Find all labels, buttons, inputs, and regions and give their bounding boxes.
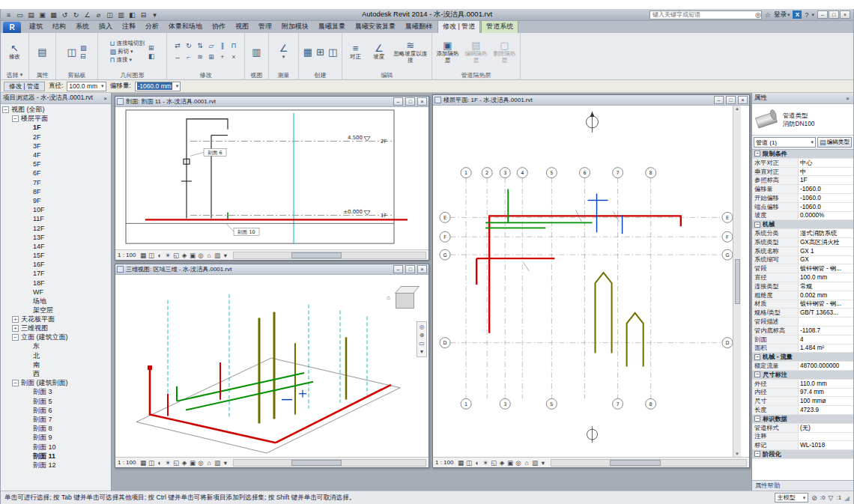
threed-window-titlebar[interactable]: 三维视图: 区域三维 - 水-没洁具.0001.rvt – □ × — [115, 264, 428, 275]
horizontal-scrollbar[interactable] — [233, 252, 426, 259]
property-value[interactable] — [799, 318, 853, 326]
property-value[interactable]: 中 — [799, 168, 853, 176]
tree-item[interactable]: 6F — [1, 168, 111, 177]
tree-item[interactable]: 场地 — [1, 297, 111, 306]
modify-grid-icon[interactable]: ▱ — [206, 41, 216, 52]
tree-item[interactable]: WF — [1, 288, 111, 297]
search-icon[interactable]: ◎ — [755, 11, 761, 19]
property-row[interactable]: 系统名称 GX 1 — [752, 247, 853, 256]
modify-grid-icon[interactable]: ↔ — [172, 52, 183, 63]
property-row[interactable]: 管段 镀锌钢管 - 钢... — [752, 264, 853, 273]
property-value[interactable]: 镀锌钢管 - 钢... — [799, 300, 853, 309]
property-row[interactable]: 内径 97.4 mm — [752, 389, 853, 398]
property-row[interactable]: 标记 WL-1018 — [752, 441, 853, 450]
group-expander-icon[interactable]: − — [754, 222, 760, 228]
modify-grid-icon[interactable]: + — [217, 52, 228, 63]
tree-item[interactable]: 11F — [1, 214, 111, 223]
exchange-apps-icon[interactable]: X — [793, 10, 802, 19]
tree-item[interactable]: 剖面 8 — [1, 425, 111, 434]
exclude-options-icon[interactable]: ⊘ — [811, 494, 817, 502]
view-control-icon[interactable]: ☀ — [163, 252, 172, 259]
panel-label-create[interactable]: 创建 — [299, 70, 342, 79]
pipes-cyan-dashed[interactable] — [168, 294, 367, 419]
tree-item[interactable]: 3F — [1, 142, 111, 151]
tree-item[interactable]: 剖面 5 — [1, 397, 111, 406]
property-row[interactable]: 直径 100.0 mm — [752, 273, 853, 282]
window-restore-button[interactable]: □ — [726, 96, 736, 104]
view-control-icon[interactable]: ◎ — [196, 252, 205, 259]
tree-item[interactable]: + 三维视图 — [1, 324, 111, 333]
ribbon-tab[interactable]: 系统 — [71, 20, 94, 33]
modify-grid-icon[interactable]: ⌐ — [184, 52, 194, 63]
modify-grid-icon[interactable]: ∥ — [217, 41, 228, 52]
ribbon-tab[interactable]: 分析 — [141, 20, 163, 33]
modify-grid-icon[interactable]: ⇅ — [195, 41, 205, 52]
slope-button[interactable]: ∠坡度 — [369, 42, 389, 61]
panel-label-select[interactable]: 选择▾ — [1, 70, 28, 79]
north-arrow[interactable] — [586, 112, 598, 133]
panel-label-pipe-insulation[interactable]: 管道隔热层 — [432, 70, 520, 79]
property-row[interactable]: 材质 镀锌钢管 - 钢... — [752, 300, 853, 309]
property-row[interactable]: − 限制条件 — [752, 150, 853, 159]
group-expander-icon[interactable]: − — [754, 451, 760, 457]
add-insulation-button[interactable]: ▣添加隔热层 — [434, 39, 461, 64]
application-menu-button[interactable]: R — [3, 22, 21, 33]
panel-label-measure[interactable]: 测量 — [269, 70, 298, 79]
property-row[interactable]: 面积 1.484 m² — [752, 344, 853, 353]
property-row[interactable]: 连接类型 常规 — [752, 282, 853, 291]
property-row[interactable]: 水平对正 中心 — [752, 159, 853, 168]
ribbon-tab[interactable]: 插入 — [94, 20, 117, 33]
tree-item[interactable]: 南 — [1, 360, 111, 369]
property-row[interactable]: 垂直对正 中 — [752, 168, 853, 177]
app-minimize-button[interactable]: – — [817, 10, 828, 19]
tree-item[interactable]: − 楼层平面 — [1, 114, 111, 123]
ribbon-tab[interactable]: 管道系统 — [481, 19, 518, 33]
property-value[interactable]: 4 — [799, 336, 853, 344]
tree-item[interactable]: 剖面 6 — [1, 406, 111, 415]
property-value[interactable]: -1108.7 — [799, 327, 853, 335]
property-value[interactable]: GX高区消火栓 — [799, 238, 853, 246]
tree-item[interactable]: 剖面 10 — [1, 443, 111, 452]
view-tool-button[interactable]: ▥ — [251, 46, 261, 58]
grid-bubbles[interactable] — [440, 168, 733, 410]
tree-expander-icon[interactable]: − — [12, 380, 19, 386]
create-tool-b[interactable]: ⊞ — [315, 46, 325, 58]
view-control-icon[interactable]: ⌂ — [522, 459, 530, 467]
home-icon[interactable]: ⌂ — [387, 294, 390, 301]
tree-item[interactable]: − 剖面 (建筑剖面) — [1, 379, 111, 388]
join-button[interactable]: ⊓连接▾ — [109, 56, 145, 64]
panel-label-edit[interactable]: 编辑 — [342, 70, 431, 79]
navigation-icon[interactable]: ◎ — [420, 324, 425, 330]
property-value[interactable]: 100 mmø — [799, 397, 853, 405]
cope-button[interactable]: ⊔连接端切割 — [109, 40, 145, 47]
properties-help-link[interactable]: 属性帮助 — [752, 480, 853, 491]
property-value[interactable]: 0.0000% — [799, 212, 853, 220]
panel-label-clipboard[interactable]: 剪贴板 — [56, 70, 97, 79]
property-row[interactable]: 偏移量 -1060.0 — [752, 185, 853, 194]
group-expander-icon[interactable]: − — [754, 354, 760, 360]
quick-access-icon[interactable]: ∠ — [82, 10, 92, 20]
property-row[interactable]: 端点偏移 -1060.0 — [752, 203, 853, 212]
match-type-button[interactable]: ⊟ — [79, 52, 88, 60]
property-row[interactable]: 外径 110.0 mm — [752, 380, 853, 389]
pipes-blue[interactable] — [282, 390, 306, 400]
property-row[interactable]: 系统缩写 GX — [752, 256, 853, 265]
section-view-window[interactable]: 剖面: 剖面 11 - 水-没洁具.0001.rvt – □ × — [115, 96, 429, 261]
tree-item[interactable]: 17F — [1, 269, 111, 278]
property-row[interactable]: − 机械 - 流量 — [752, 353, 853, 362]
viewcube-front-face[interactable] — [396, 293, 414, 309]
property-row[interactable]: 管内底标高 -1108.7 — [752, 327, 853, 336]
modify-grid-icon[interactable]: ↻ — [184, 41, 194, 52]
window-restore-button[interactable]: □ — [405, 97, 415, 106]
tree-item[interactable]: 10F — [1, 205, 111, 214]
plan-pipes-olive[interactable] — [596, 273, 643, 366]
view-control-icon[interactable]: ▣ — [506, 459, 514, 467]
view-control-icon[interactable]: ▾ — [221, 459, 229, 467]
panel-label-view[interactable]: 视图 — [245, 70, 268, 79]
viewcube[interactable]: ⌂ — [391, 284, 424, 314]
property-value[interactable]: 常规 — [799, 282, 853, 291]
property-row[interactable]: 额定流量 48700.000000 — [752, 362, 853, 371]
floor-plate[interactable] — [136, 358, 400, 453]
tree-expander-icon[interactable]: + — [12, 316, 19, 323]
create-tool-c[interactable]: ◫ — [327, 46, 338, 58]
